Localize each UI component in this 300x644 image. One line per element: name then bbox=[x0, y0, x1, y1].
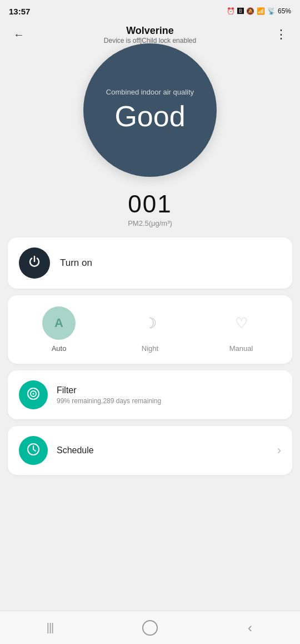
gauge-section: Combined indoor air quality Good bbox=[8, 43, 292, 177]
filter-text: Filter 99% remaining,289 days remaining bbox=[57, 385, 161, 405]
gauge-circle: Combined indoor air quality Good bbox=[83, 43, 217, 177]
schedule-icon-wrap bbox=[19, 436, 48, 465]
nav-home[interactable] bbox=[133, 617, 167, 639]
night-label: Night bbox=[142, 344, 158, 353]
back-nav-icon: ‹ bbox=[248, 620, 252, 636]
manual-icon: ♡ bbox=[235, 315, 248, 332]
auto-icon: A bbox=[54, 316, 63, 330]
night-icon: ☽ bbox=[144, 315, 157, 332]
schedule-label: Schedule bbox=[57, 445, 94, 455]
status-bar: 13:57 ⏰ 🅱 🔕 📶 📡 65% bbox=[0, 0, 300, 20]
status-icons: ⏰ 🅱 🔕 📶 📡 65% bbox=[227, 7, 291, 15]
menu-icon: ⋮ bbox=[275, 27, 287, 42]
mode-night[interactable]: ☽ Night bbox=[128, 306, 172, 353]
manual-icon-wrap: ♡ bbox=[224, 306, 258, 340]
bottom-nav: ||| ‹ bbox=[0, 611, 300, 644]
pm-reading: 001 PM2.5(μg/m³) bbox=[8, 190, 292, 227]
manual-label: Manual bbox=[229, 344, 253, 353]
schedule-card[interactable]: Schedule › bbox=[8, 426, 292, 475]
filter-title: Filter bbox=[57, 385, 161, 395]
schedule-icon bbox=[26, 442, 41, 459]
mute-icon: 🔕 bbox=[246, 7, 254, 15]
night-icon-wrap: ☽ bbox=[133, 306, 167, 340]
recents-icon: ||| bbox=[47, 621, 54, 634]
signal-icon: 📡 bbox=[267, 7, 276, 15]
gauge-label: Combined indoor air quality bbox=[106, 88, 194, 96]
filter-icon-wrap bbox=[19, 380, 48, 409]
status-time: 13:57 bbox=[9, 7, 30, 16]
filter-subtitle: 99% remaining,289 days remaining bbox=[57, 397, 161, 405]
filter-card: Filter 99% remaining,289 days remaining bbox=[8, 370, 292, 419]
main-content: Combined indoor air quality Good 001 PM2… bbox=[0, 43, 300, 475]
svg-point-2 bbox=[33, 393, 34, 395]
battery-level: 65% bbox=[278, 7, 291, 15]
schedule-left: Schedule bbox=[19, 436, 94, 465]
power-button[interactable] bbox=[19, 247, 50, 279]
title-wrap: Wolverine Device is off|Child lock enabl… bbox=[104, 25, 196, 44]
auto-label: Auto bbox=[52, 344, 67, 353]
wifi-icon: 📶 bbox=[257, 7, 265, 15]
turn-on-label: Turn on bbox=[60, 257, 92, 269]
home-icon bbox=[142, 620, 158, 636]
turn-on-card: Turn on bbox=[8, 237, 292, 289]
menu-button[interactable]: ⋮ bbox=[271, 24, 291, 44]
mode-auto[interactable]: A Auto bbox=[37, 306, 81, 353]
mode-manual[interactable]: ♡ Manual bbox=[219, 306, 263, 353]
gauge-value: Good bbox=[114, 100, 185, 133]
back-icon: ← bbox=[13, 28, 24, 41]
chevron-right-icon: › bbox=[277, 443, 281, 458]
auto-icon-wrap: A bbox=[42, 306, 76, 340]
pm-value: 001 bbox=[128, 190, 172, 218]
alarm-icon: ⏰ bbox=[227, 7, 235, 15]
page-title: Wolverine bbox=[126, 25, 174, 37]
bluetooth-icon: 🅱 bbox=[237, 7, 244, 15]
filter-icon bbox=[26, 387, 41, 403]
nav-recents[interactable]: ||| bbox=[33, 617, 67, 639]
nav-back[interactable]: ‹ bbox=[233, 617, 267, 639]
back-button[interactable]: ← bbox=[9, 24, 29, 44]
power-icon bbox=[28, 255, 41, 271]
pm-unit: PM2.5(μg/m³) bbox=[128, 219, 172, 227]
mode-card: A Auto ☽ Night ♡ Manual bbox=[8, 295, 292, 364]
